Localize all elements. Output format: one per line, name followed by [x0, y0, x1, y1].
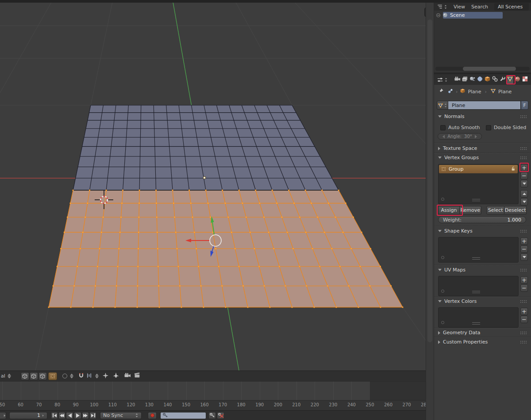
- tab-modifiers[interactable]: [499, 76, 506, 84]
- vertex-group-move-up-button[interactable]: [520, 190, 528, 198]
- panel-header-texture-space[interactable]: Texture Space: [438, 145, 527, 151]
- snap-target-icon[interactable]: [102, 372, 109, 380]
- stepper-icon[interactable]: [95, 374, 99, 378]
- tab-world[interactable]: [477, 76, 483, 84]
- tab-texture[interactable]: [522, 76, 528, 84]
- tab-constraints[interactable]: [492, 76, 498, 84]
- play-reverse-button[interactable]: [66, 412, 73, 419]
- vertex-color-add-button[interactable]: +: [520, 308, 528, 315]
- stepper-icon[interactable]: [8, 374, 11, 378]
- panel-grip-icon[interactable]: [520, 332, 527, 334]
- fake-user-button[interactable]: F: [521, 101, 528, 110]
- orientation-dropdown[interactable]: al: [1, 373, 5, 379]
- shape-keys-list[interactable]: [438, 237, 519, 263]
- select-button[interactable]: Select: [486, 206, 504, 214]
- editor-type-button[interactable]: [437, 76, 448, 83]
- tab-render[interactable]: [454, 76, 461, 84]
- limit-selection-visible-button[interactable]: [48, 372, 57, 380]
- panel-grip-icon[interactable]: [520, 147, 527, 150]
- menu-search[interactable]: Search: [471, 4, 488, 10]
- panel-header-vertex-colors[interactable]: Vertex Colors: [438, 298, 527, 304]
- double-sided-checkbox[interactable]: [486, 125, 491, 130]
- tab-scene[interactable]: [469, 76, 476, 84]
- tab-render-layers[interactable]: [462, 76, 468, 84]
- datablock-icon[interactable]: [447, 88, 454, 95]
- list-filter-toggle-icon[interactable]: [441, 290, 444, 293]
- next-keyframe-button[interactable]: [82, 412, 89, 419]
- sync-dropdown[interactable]: No Sync: [100, 412, 142, 419]
- current-frame-field[interactable]: 1: [9, 412, 47, 419]
- panel-grip-icon[interactable]: [520, 300, 527, 303]
- tab-object-data[interactable]: [507, 76, 513, 84]
- breadcrumb-data[interactable]: Plane: [498, 89, 512, 95]
- timeline-tick-strip[interactable]: 5060708090100110120130140150160170180190…: [0, 400, 426, 410]
- viewport-3d[interactable]: [0, 0, 426, 370]
- vertex-group-specials-button[interactable]: [520, 180, 528, 187]
- vertex-groups-list[interactable]: Group: [438, 164, 519, 204]
- snap-magnet-icon[interactable]: [78, 372, 85, 380]
- tab-material[interactable]: [514, 76, 521, 84]
- list-filter-toggle-icon[interactable]: [441, 256, 444, 259]
- panel-header-geometry-data[interactable]: Geometry Data: [438, 330, 527, 336]
- lock-open-icon[interactable]: [510, 166, 516, 173]
- auto-keyframe-button[interactable]: [148, 412, 157, 419]
- panel-grip-icon[interactable]: [520, 230, 527, 233]
- auto-smooth-checkbox[interactable]: [440, 125, 446, 130]
- remove-button[interactable]: Remove: [460, 206, 481, 214]
- uv-map-add-button[interactable]: +: [520, 276, 528, 284]
- end-frame-field-partial[interactable]: [0, 412, 6, 419]
- jump-to-end-button[interactable]: [89, 412, 96, 419]
- vertex-group-move-down-button[interactable]: [520, 198, 528, 206]
- vertex-color-remove-button[interactable]: −: [520, 316, 528, 323]
- list-resize-grip[interactable]: [472, 257, 480, 260]
- keying-set-field[interactable]: [160, 412, 206, 419]
- outliner-hscrollbar-track[interactable]: [435, 67, 530, 71]
- delete-keyframe-button[interactable]: [217, 412, 224, 419]
- uv-maps-list[interactable]: [438, 276, 519, 296]
- panel-grip-icon[interactable]: [520, 269, 527, 271]
- display-mode-dropdown[interactable]: All Scenes: [494, 3, 529, 11]
- panel-header-uv-maps[interactable]: UV Maps: [438, 267, 527, 273]
- opengl-render-anim-icon[interactable]: [134, 372, 141, 380]
- shape-key-add-button[interactable]: +: [520, 237, 528, 245]
- list-resize-grip[interactable]: [472, 291, 480, 293]
- assign-button[interactable]: Assign: [438, 206, 460, 214]
- list-resize-grip[interactable]: [472, 322, 480, 325]
- viewport-scrollbar[interactable]: [427, 19, 432, 342]
- jump-to-start-button[interactable]: [51, 412, 58, 419]
- breadcrumb-object[interactable]: Plane: [468, 89, 481, 95]
- panel-header-normals[interactable]: Normals: [438, 114, 527, 119]
- face-select-button[interactable]: [38, 372, 47, 380]
- manipulator-icon[interactable]: [112, 372, 119, 380]
- panel-grip-icon[interactable]: [520, 115, 527, 118]
- weight-slider[interactable]: Weight: 1.000: [438, 216, 526, 223]
- outliner-hscrollbar-thumb[interactable]: [463, 67, 516, 71]
- opengl-render-icon[interactable]: [124, 372, 131, 380]
- panel-grip-icon[interactable]: [520, 341, 527, 344]
- snap-element-icon[interactable]: [86, 372, 92, 380]
- deselect-button[interactable]: Deselect: [504, 206, 527, 214]
- shape-key-remove-button[interactable]: −: [520, 245, 528, 253]
- vertex-group-remove-button[interactable]: −: [520, 172, 528, 179]
- list-filter-toggle-icon[interactable]: [441, 198, 444, 201]
- mesh-name-field[interactable]: Plane: [448, 101, 521, 110]
- outliner-row-scene[interactable]: − Scene: [434, 11, 531, 19]
- mesh-browse-button[interactable]: [437, 101, 448, 110]
- uv-map-remove-button[interactable]: −: [520, 284, 528, 292]
- collapse-icon[interactable]: −: [436, 13, 440, 17]
- timeline-canvas[interactable]: [0, 381, 426, 400]
- panel-header-shape-keys[interactable]: Shape Keys: [438, 228, 527, 234]
- panel-header-custom-properties[interactable]: Custom Properties: [438, 339, 527, 345]
- list-resize-grip[interactable]: [472, 199, 480, 201]
- prev-keyframe-button[interactable]: [58, 412, 65, 419]
- vertex-group-item-active[interactable]: Group: [439, 165, 518, 173]
- tab-object[interactable]: [484, 76, 491, 84]
- panel-grip-icon[interactable]: [520, 157, 527, 159]
- vertex-select-button[interactable]: [21, 372, 29, 380]
- vertex-colors-list[interactable]: [438, 307, 519, 328]
- stepper-icon[interactable]: [70, 374, 73, 378]
- insert-keyframe-button[interactable]: [208, 412, 216, 419]
- edge-select-button[interactable]: [30, 372, 38, 380]
- vertex-group-add-button[interactable]: +: [520, 164, 528, 172]
- shape-key-specials-button[interactable]: [520, 253, 528, 261]
